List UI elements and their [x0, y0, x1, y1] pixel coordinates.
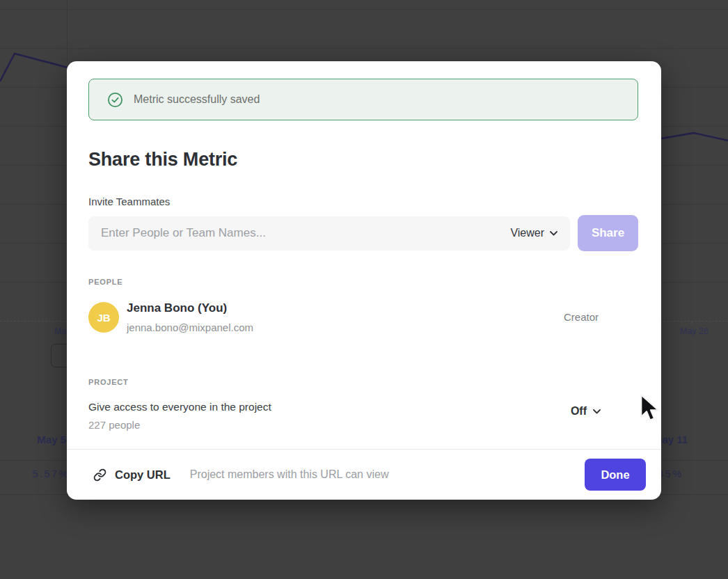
- bg-table-value-right: 35%: [658, 468, 683, 479]
- project-access-value: Off: [571, 405, 587, 418]
- copy-url-button[interactable]: Copy URL: [93, 468, 171, 482]
- bg-table-date-left: May 5: [0, 434, 66, 445]
- project-section-label: PROJECT: [88, 378, 129, 386]
- people-section-label: PEOPLE: [88, 278, 122, 286]
- avatar: JB: [88, 302, 119, 333]
- invite-people-input[interactable]: [100, 225, 502, 241]
- bg-x-label-left: Ma: [54, 326, 66, 336]
- project-access-dropdown[interactable]: Off: [571, 405, 601, 418]
- copy-url-label: Copy URL: [115, 468, 171, 482]
- role-select-dropdown[interactable]: Viewer: [510, 227, 557, 239]
- project-access-title: Give access to everyone in the project: [88, 401, 271, 413]
- share-button[interactable]: Share: [578, 215, 638, 251]
- copy-url-hint: Project members with this URL can view: [190, 468, 389, 481]
- member-email: jenna.bono@mixpanel.com: [127, 322, 253, 333]
- invite-teammates-label: Invite Teammates: [88, 196, 170, 207]
- success-toast: Metric successfully saved: [88, 79, 638, 120]
- member-row: JB Jenna Bono (You) jenna.bono@mixpanel.…: [88, 301, 638, 333]
- share-metric-modal: Metric successfully saved Share this Met…: [67, 61, 661, 500]
- role-selected-value: Viewer: [510, 227, 544, 239]
- chevron-down-icon: [550, 231, 557, 236]
- project-access-row: Give access to everyone in the project 2…: [88, 401, 640, 434]
- bg-x-label-right: May 26: [680, 326, 709, 336]
- project-people-count: 227 people: [88, 419, 140, 431]
- member-name: Jenna Bono (You): [127, 301, 227, 315]
- invite-input-container: Viewer: [88, 216, 570, 251]
- member-role: Creator: [564, 311, 599, 323]
- bg-table-value-left: 5.57%: [0, 468, 70, 479]
- modal-title: Share this Metric: [88, 149, 237, 170]
- link-icon: [93, 468, 106, 482]
- modal-footer: Copy URL Project members with this URL c…: [67, 449, 661, 500]
- toast-message: Metric successfully saved: [134, 93, 260, 106]
- done-button[interactable]: Done: [585, 459, 646, 491]
- check-circle-icon: [107, 92, 123, 108]
- chevron-down-icon: [593, 409, 601, 414]
- invite-row: Viewer Share: [88, 215, 638, 251]
